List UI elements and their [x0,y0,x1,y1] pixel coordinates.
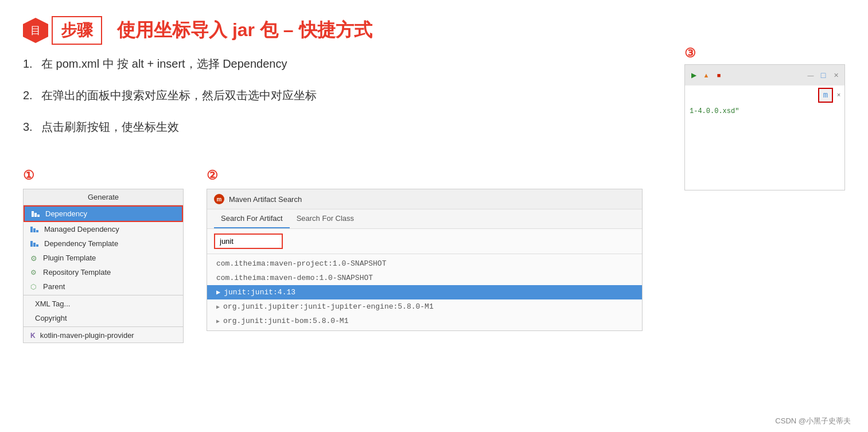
repository-template-label: Repository Template [43,268,111,277]
diagram1-label: ① [23,168,184,183]
diagram2-maven: ② m Maven Artifact Search Search For Art… [207,168,643,343]
menu-item-dependency[interactable]: Dependency [24,205,183,222]
menu-item-managed-dependency[interactable]: Managed Dependency [24,222,183,236]
plugin-gear-icon: ⚙ [30,254,38,262]
generate-panel: Generate Dependency Managed Dependency [23,189,184,343]
dependency-bars-icon [32,211,41,217]
maven-header: m Maven Artifact Search [207,189,642,209]
diagram2-label: ② [207,168,643,183]
dependency-label: Dependency [45,209,87,218]
footer-text: CSDN @小黑子史蒂夫 [775,417,851,425]
page-title: 使用坐标导入 jar 包 – 快捷方式 [117,18,372,43]
kotlin-label: kotlin-maven-plugin-provider [40,331,134,340]
footer: CSDN @小黑子史蒂夫 [775,416,851,426]
toolbar-btn-minimize[interactable]: — [805,70,816,80]
menu-item-repository-template[interactable]: ⚙ Repository Template [24,265,183,279]
diagram3-toolbar: ▶ ▲ ■ — □ ✕ [685,65,844,85]
toolbar-btn-layout[interactable]: □ [818,70,828,80]
tab-search-artifact[interactable]: Search For Artifact [214,209,290,228]
maven-panel: m Maven Artifact Search Search For Artif… [207,189,643,331]
result-text-5: org.junit:junit-bom:5.8.0-M1 [223,317,348,325]
result-item-3[interactable]: ▶ junit:junit:4.13 [207,285,642,299]
xml-tag-label: XML Tag... [35,299,70,308]
search-input[interactable] [214,233,283,249]
refresh-icon: m [823,91,828,100]
result-item-5[interactable]: ▶ org.junit:junit-bom:5.8.0-M1 [207,314,642,328]
diagram3-panel: ▶ ▲ ■ — □ ✕ m × 1-4.0.0.xsd" [684,64,845,190]
diagram1-generate: ① Generate Dependency Managed Depe [23,168,184,343]
plugin-template-label: Plugin Template [43,254,96,262]
dep-template-bars-icon [30,241,40,247]
search-tabs: Search For Artifact Search For Class [207,209,642,229]
menu-item-plugin-template[interactable]: ⚙ Plugin Template [24,251,183,265]
step-badge: 目 步骤 [23,16,102,45]
parent-icon: ⬡ [30,283,38,291]
result-text-4: org.junit.jupiter:junit-jupiter-engine:5… [223,302,434,311]
menu-item-dependency-template[interactable]: Dependency Template [24,236,183,251]
results-list: com.itheima:maven-project:1.0-SNAPSHOT c… [207,254,642,330]
expand-arrow-3: ▶ [216,288,220,297]
result-item-2: com.itheima:maven-demo:1.0-SNAPSHOT [207,271,642,285]
result-text-1: com.itheima:maven-project:1.0-SNAPSHOT [216,259,386,268]
step-text-box: 步骤 [52,16,102,45]
step-num-3: 3. [23,120,34,134]
toolbar-btn-close[interactable]: ✕ [831,70,841,80]
step-text-3: 点击刷新按钮，使坐标生效 [41,119,179,135]
result-text-2: com.itheima:maven-demo:1.0-SNAPSHOT [216,274,373,282]
refresh-btn[interactable]: m [818,88,833,103]
step-label: 步骤 [61,21,93,39]
copyright-label: Copyright [35,314,67,322]
maven-panel-title: Maven Artifact Search [229,195,302,204]
menu-item-kotlin[interactable]: K kotlin-maven-plugin-provider [24,328,183,343]
repo-icon: ⚙ [30,268,38,277]
parent-label: Parent [43,282,65,291]
managed-dependency-label: Managed Dependency [44,225,119,233]
dependency-template-label: Dependency Template [44,239,118,248]
step-num-2: 2. [23,89,34,102]
step-text-2: 在弹出的面板中搜索对应坐标，然后双击选中对应坐标 [41,88,317,103]
generate-header: Generate [24,189,183,205]
managed-dep-bars-icon [30,227,40,232]
hexagon-text: 目 [30,24,41,37]
result-item-1: com.itheima:maven-project:1.0-SNAPSHOT [207,256,642,271]
result-item-4[interactable]: ▶ org.junit.jupiter:junit-jupiter-engine… [207,299,642,314]
step-text-1: 在 pom.xml 中 按 alt + insert，选择 Dependency [41,56,287,72]
diagram3-content: m × 1-4.0.0.xsd" [685,85,844,190]
close-btn[interactable]: × [833,88,844,103]
step-num-1: 1. [23,57,34,71]
expand-arrow-4: ▶ [216,303,220,310]
menu-item-copyright[interactable]: Copyright [24,311,183,325]
close-icon: × [837,92,841,99]
menu-item-parent[interactable]: ⬡ Parent [24,279,183,294]
toolbar-btn-play[interactable]: ▶ [688,70,699,80]
code-text: 1-4.0.0.xsd" [690,107,840,115]
hexagon-icon: 目 [23,18,48,43]
toolbar-btn-stop[interactable]: ■ [714,70,724,80]
diagram3-wrapper: ③ ▶ ▲ ■ — □ ✕ m × 1-4.0.0.xsd" [684,46,845,190]
maven-logo: m [214,194,224,204]
diagram3-label: ③ [684,46,845,61]
search-input-row [207,229,642,254]
kotlin-icon: K [30,332,36,340]
tab-search-class[interactable]: Search For Class [290,209,361,228]
toolbar-btn-up[interactable]: ▲ [701,70,711,80]
menu-item-xml-tag[interactable]: XML Tag... [24,297,183,311]
expand-arrow-5: ▶ [216,318,220,325]
result-text-3: junit:junit:4.13 [224,288,295,297]
